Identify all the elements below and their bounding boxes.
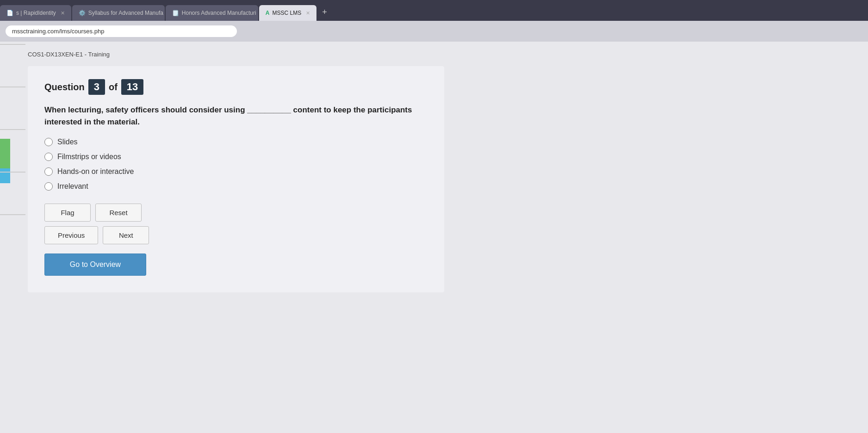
question-of-label: of xyxy=(109,82,118,93)
tab-bar: 📄 s | RapidIdentity ✕ ⚙️ Syllabus for Ad… xyxy=(0,0,868,21)
option-filmstrips-label[interactable]: Filmstrips or videos xyxy=(57,153,121,161)
radio-slides[interactable] xyxy=(44,138,53,146)
browser-chrome: 📄 s | RapidIdentity ✕ ⚙️ Syllabus for Ad… xyxy=(0,0,868,42)
tab-label-honors: Honors Advanced Manufacturi xyxy=(182,10,256,16)
tab-icon-syllabus: ⚙️ xyxy=(79,10,86,16)
tab-label-syllabus: Syllabus for Advanced Manufa xyxy=(88,10,163,16)
option-irrelevant[interactable]: Irrelevant xyxy=(44,182,428,191)
tab-honors[interactable]: 🗒️ Honors Advanced Manufacturi ✕ xyxy=(166,5,258,21)
overview-row: Go to Overview xyxy=(44,251,428,276)
radio-filmstrips[interactable] xyxy=(44,153,53,161)
question-current-number: 3 xyxy=(88,79,105,95)
tab-label: s | RapidIdentity xyxy=(16,10,56,16)
left-line-1 xyxy=(0,44,25,45)
left-line-5 xyxy=(0,214,25,215)
question-total-number: 13 xyxy=(121,79,143,95)
question-header: Question 3 of 13 xyxy=(44,79,428,95)
option-handson-label[interactable]: Hands-on or interactive xyxy=(57,167,134,176)
option-slides-label[interactable]: Slides xyxy=(57,138,78,146)
question-text: When lecturing, safety officers should c… xyxy=(44,104,428,128)
tab-mssc[interactable]: A MSSC LMS ✕ xyxy=(259,5,316,21)
tab-icon: 📄 xyxy=(6,10,13,16)
reset-button[interactable]: Reset xyxy=(95,204,142,222)
tab-syllabus[interactable]: ⚙️ Syllabus for Advanced Manufa ✕ xyxy=(72,5,165,21)
option-filmstrips[interactable]: Filmstrips or videos xyxy=(44,153,428,161)
previous-button[interactable]: Previous xyxy=(44,226,98,244)
url-box[interactable]: mssctraining.com/lms/courses.php xyxy=(6,25,237,37)
tab-icon-honors: 🗒️ xyxy=(172,10,179,16)
left-line-2 xyxy=(0,87,25,87)
option-irrelevant-label[interactable]: Irrelevant xyxy=(57,182,88,191)
address-bar: mssctraining.com/lms/courses.php xyxy=(0,21,868,42)
left-line-3 xyxy=(0,129,25,130)
left-dividers xyxy=(0,44,25,257)
tab-close-rapididentity[interactable]: ✕ xyxy=(61,10,65,16)
radio-irrelevant[interactable] xyxy=(44,182,53,191)
question-label: Question xyxy=(44,82,85,93)
button-row-1: Flag Reset xyxy=(44,204,428,222)
tab-close-mssc[interactable]: ✕ xyxy=(306,10,310,16)
tab-label-mssc: MSSC LMS xyxy=(273,10,302,16)
option-slides[interactable]: Slides xyxy=(44,138,428,146)
tab-icon-mssc: A xyxy=(266,10,270,16)
flag-button[interactable]: Flag xyxy=(44,204,91,222)
tab-rapididentity[interactable]: 📄 s | RapidIdentity ✕ xyxy=(0,5,71,21)
page-content: COS1-DX13XEN-E1 - Training Question 3 of… xyxy=(0,42,868,433)
left-line-4 xyxy=(0,172,25,173)
option-handson[interactable]: Hands-on or interactive xyxy=(44,167,428,176)
question-card: Question 3 of 13 When lecturing, safety … xyxy=(28,66,444,292)
new-tab-button[interactable]: + xyxy=(317,7,332,17)
go-to-overview-button[interactable]: Go to Overview xyxy=(44,254,146,276)
options-list: Slides Filmstrips or videos Hands-on or … xyxy=(44,138,428,191)
next-button[interactable]: Next xyxy=(103,226,149,244)
breadcrumb: COS1-DX13XEN-E1 - Training xyxy=(28,51,840,58)
radio-handson[interactable] xyxy=(44,167,53,176)
button-row-2: Previous Next xyxy=(44,226,428,244)
